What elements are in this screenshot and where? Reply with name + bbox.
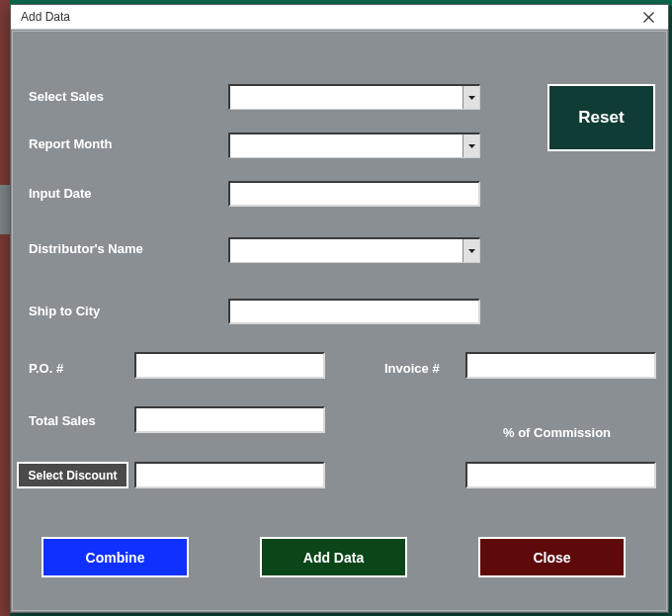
close-icon: [643, 12, 654, 23]
close-button-label: Close: [533, 550, 570, 566]
add-data-button-label: Add Data: [303, 550, 364, 566]
chevron-down-icon: [468, 96, 475, 100]
close-button[interactable]: Close: [478, 537, 626, 577]
select-sales-input[interactable]: [230, 86, 462, 109]
discount-field[interactable]: [134, 462, 325, 488]
invoice-num-input[interactable]: [467, 354, 654, 377]
dialog-title: Add Data: [11, 10, 629, 24]
select-sales-combo[interactable]: [228, 84, 480, 110]
combine-button[interactable]: Combine: [42, 537, 189, 577]
dialog-body: Select Sales Reset Report Month Input Da…: [11, 30, 668, 612]
ship-city-field[interactable]: [228, 299, 480, 324]
input-date-input[interactable]: [230, 183, 478, 205]
label-ship-city: Ship to City: [29, 304, 100, 318]
add-data-dialog: Add Data Select Sales Reset Report Month: [10, 4, 669, 613]
svg-marker-2: [468, 96, 475, 100]
label-pct-commission: % of Commission: [503, 425, 611, 440]
label-input-date: Input Date: [29, 186, 92, 201]
total-sales-input[interactable]: [136, 408, 323, 431]
distributor-dropdown-button[interactable]: [462, 239, 479, 262]
titlebar-close-button[interactable]: [629, 5, 668, 30]
distributor-combo[interactable]: [228, 237, 480, 263]
chevron-down-icon: [468, 249, 475, 253]
label-total-sales: Total Sales: [29, 413, 96, 428]
svg-marker-3: [468, 144, 475, 148]
total-sales-field[interactable]: [134, 406, 325, 433]
distributor-input[interactable]: [230, 239, 462, 262]
reset-button-label: Reset: [578, 108, 624, 128]
svg-marker-4: [468, 249, 475, 253]
chevron-down-icon: [468, 144, 475, 148]
select-sales-dropdown-button[interactable]: [462, 86, 479, 109]
commission-pct-field[interactable]: [465, 462, 656, 488]
commission-pct-input[interactable]: [467, 464, 654, 486]
select-discount-button[interactable]: Select Discount: [17, 462, 128, 488]
label-invoice-num: Invoice #: [384, 361, 440, 376]
add-data-button[interactable]: Add Data: [260, 537, 407, 577]
combine-button-label: Combine: [86, 550, 145, 566]
report-month-dropdown-button[interactable]: [462, 134, 479, 157]
label-distributor: Distributor's Name: [29, 241, 143, 256]
ship-city-input[interactable]: [230, 301, 478, 322]
reset-button[interactable]: Reset: [547, 84, 655, 151]
select-discount-label: Select Discount: [28, 469, 117, 483]
report-month-input[interactable]: [230, 134, 462, 157]
titlebar: Add Data: [11, 5, 668, 30]
discount-input[interactable]: [136, 464, 323, 486]
po-num-input[interactable]: [136, 354, 323, 377]
report-month-combo[interactable]: [228, 132, 480, 158]
input-date-field[interactable]: [228, 181, 480, 207]
label-po-num: P.O. #: [29, 361, 63, 376]
background-strip: [0, 0, 10, 616]
label-select-sales: Select Sales: [29, 89, 104, 104]
po-num-field[interactable]: [134, 352, 325, 379]
label-report-month: Report Month: [29, 136, 112, 151]
invoice-num-field[interactable]: [465, 352, 656, 379]
